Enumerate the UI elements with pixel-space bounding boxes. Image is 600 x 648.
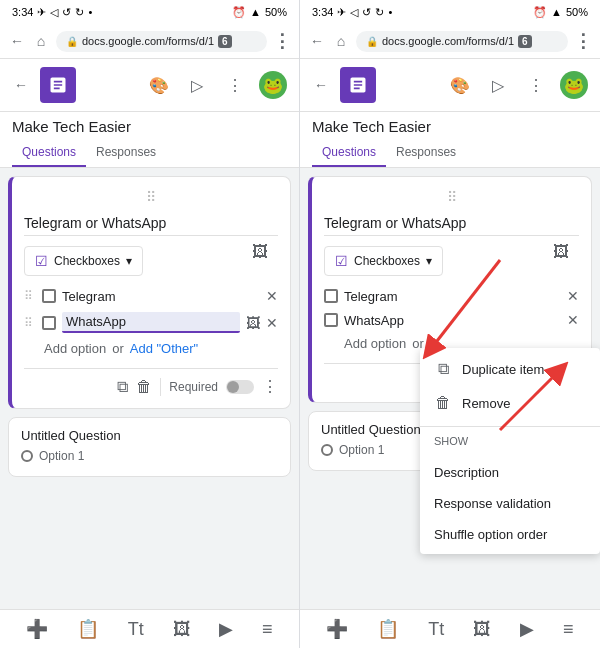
alarm-icon-left: ⏰ — [232, 6, 246, 19]
checkbox-whatsapp-left[interactable] — [42, 316, 56, 330]
video-icon-left[interactable]: ▶ — [219, 618, 233, 640]
image-icon-left[interactable]: 🖼 — [173, 619, 191, 640]
home-icon-left[interactable]: ⌂ — [32, 32, 50, 50]
close-telegram-left[interactable]: ✕ — [266, 288, 278, 304]
browser-menu-left[interactable]: ⋮ — [273, 30, 291, 52]
drag-dots-left-1: ⠿ — [24, 289, 36, 303]
option-row-telegram-left: ⠿ Telegram ✕ — [24, 286, 278, 306]
drag-handle-left[interactable]: ⠿ — [24, 189, 278, 205]
checkbox-telegram-right[interactable] — [324, 289, 338, 303]
copy-icon-left[interactable]: ⧉ — [117, 378, 128, 396]
question-image-btn-right[interactable]: 🖼 — [553, 243, 569, 261]
tab-responses-right[interactable]: Responses — [386, 139, 466, 167]
tab-responses-left[interactable]: Responses — [86, 139, 166, 167]
close-telegram-right[interactable]: ✕ — [567, 288, 579, 304]
type-selector-right[interactable]: ☑ Checkboxes ▾ — [324, 246, 443, 276]
form-title-right: Make Tech Easier — [300, 112, 600, 139]
option-text-whatsapp-right: WhatsApp — [344, 313, 561, 328]
browser-menu-right[interactable]: ⋮ — [574, 30, 592, 52]
battery-right: 50% — [566, 6, 588, 18]
footer-divider-left — [160, 378, 161, 396]
dot-icon-left: • — [88, 6, 92, 18]
url-text-left: docs.google.com/forms/d/1 — [82, 35, 214, 47]
video-icon-right[interactable]: ▶ — [520, 618, 534, 640]
image-icon-right[interactable]: 🖼 — [473, 619, 491, 640]
menu-item-description[interactable]: Description — [420, 457, 600, 488]
footer-more-left[interactable]: ⋮ — [262, 377, 278, 396]
palette-icon-right[interactable]: 🎨 — [446, 71, 474, 99]
text-icon-right[interactable]: Tt — [428, 619, 444, 640]
add-icon-right[interactable]: ➕ — [326, 618, 348, 640]
tab-count-right[interactable]: 6 — [518, 35, 532, 48]
menu-label-description: Description — [434, 465, 499, 480]
form-icon-right — [340, 67, 376, 103]
question-title-right[interactable] — [324, 211, 579, 236]
status-bar-left: 3:34 ✈ ◁ ↺ ↻ • ⏰ ▲ 50% — [0, 0, 299, 24]
signal-icon-right: ◁ — [350, 6, 358, 19]
add-option-text-left[interactable]: Add option — [44, 341, 106, 356]
form-title-left: Make Tech Easier — [0, 112, 299, 139]
menu-label-response-validation: Response validation — [434, 496, 551, 511]
tabs-right: Questions Responses — [300, 139, 600, 168]
import-icon-left[interactable]: 📋 — [77, 618, 99, 640]
avatar-right[interactable]: 🐸 — [560, 71, 588, 99]
back-icon-right[interactable]: ← — [308, 32, 326, 50]
required-toggle-left[interactable] — [226, 380, 254, 394]
drag-handle-right[interactable]: ⠿ — [324, 189, 579, 205]
menu-item-shuffle[interactable]: Shuffle option order — [420, 519, 600, 550]
context-menu: ⧉ Duplicate item 🗑 Remove Show Descripti… — [420, 348, 600, 554]
option-text-whatsapp-left[interactable]: WhatsApp — [62, 312, 240, 333]
drag-dots-left-2: ⠿ — [24, 316, 36, 330]
checkbox-telegram-left[interactable] — [42, 289, 56, 303]
more-icon-right[interactable]: ⋮ — [522, 71, 550, 99]
radio-left — [21, 450, 33, 462]
nav-back-right[interactable]: ← — [312, 76, 330, 94]
text-icon-left[interactable]: Tt — [128, 619, 144, 640]
menu-item-response-validation[interactable]: Response validation — [420, 488, 600, 519]
home-icon-right[interactable]: ⌂ — [332, 32, 350, 50]
checkbox-whatsapp-right[interactable] — [324, 313, 338, 327]
question-image-btn-left[interactable]: 🖼 — [252, 243, 268, 261]
close-whatsapp-left[interactable]: ✕ — [266, 315, 278, 331]
close-whatsapp-right[interactable]: ✕ — [567, 312, 579, 328]
import-icon-right[interactable]: 📋 — [377, 618, 399, 640]
type-label-left: Checkboxes — [54, 254, 120, 268]
avatar-left[interactable]: 🐸 — [259, 71, 287, 99]
send-icon-left[interactable]: ▷ — [183, 71, 211, 99]
url-bar-left[interactable]: 🔒 docs.google.com/forms/d/1 6 — [56, 31, 267, 52]
more-icon-left[interactable]: ⋮ — [221, 71, 249, 99]
alarm-icon-right: ⏰ — [533, 6, 547, 19]
add-option-text-right[interactable]: Add option — [344, 336, 406, 351]
app-header-right: ← 🎨 ▷ ⋮ 🐸 — [300, 59, 600, 112]
app-header-left: ← 🎨 ▷ ⋮ 🐸 — [0, 59, 299, 112]
untitled-title-left: Untitled Question — [21, 428, 278, 443]
section-icon-right[interactable]: ≡ — [563, 619, 574, 640]
option-image-whatsapp-left[interactable]: 🖼 — [246, 315, 260, 331]
url-bar-right[interactable]: 🔒 docs.google.com/forms/d/1 6 — [356, 31, 568, 52]
time-right: 3:34 — [312, 6, 333, 18]
add-icon-left[interactable]: ➕ — [26, 618, 48, 640]
nav-back-left[interactable]: ← — [12, 76, 30, 94]
question-title-left[interactable] — [24, 211, 278, 236]
tab-questions-right[interactable]: Questions — [312, 139, 386, 167]
tab-count-left[interactable]: 6 — [218, 35, 232, 48]
duplicate-icon: ⧉ — [434, 360, 452, 378]
option-text-telegram-right: Telegram — [344, 289, 561, 304]
send-icon-right[interactable]: ▷ — [484, 71, 512, 99]
remove-icon: 🗑 — [434, 394, 452, 412]
trash-icon-left[interactable]: 🗑 — [136, 378, 152, 396]
back-icon-left[interactable]: ← — [8, 32, 26, 50]
add-other-link-left[interactable]: Add "Other" — [130, 341, 199, 356]
refresh-icon-right: ↺ — [362, 6, 371, 19]
type-selector-left[interactable]: ☑ Checkboxes ▾ — [24, 246, 143, 276]
sync-icon-right: ↻ — [375, 6, 384, 19]
tab-questions-left[interactable]: Questions — [12, 139, 86, 167]
menu-item-duplicate[interactable]: ⧉ Duplicate item — [420, 352, 600, 386]
left-panel: 3:34 ✈ ◁ ↺ ↻ • ⏰ ▲ 50% ← ⌂ 🔒 docs.google… — [0, 0, 300, 648]
url-text-right: docs.google.com/forms/d/1 — [382, 35, 514, 47]
section-icon-left[interactable]: ≡ — [262, 619, 273, 640]
status-bar-right: 3:34 ✈ ◁ ↺ ↻ • ⏰ ▲ 50% — [300, 0, 600, 24]
telegram-icon-left: ✈ — [37, 6, 46, 19]
palette-icon-left[interactable]: 🎨 — [145, 71, 173, 99]
menu-item-remove[interactable]: 🗑 Remove — [420, 386, 600, 420]
